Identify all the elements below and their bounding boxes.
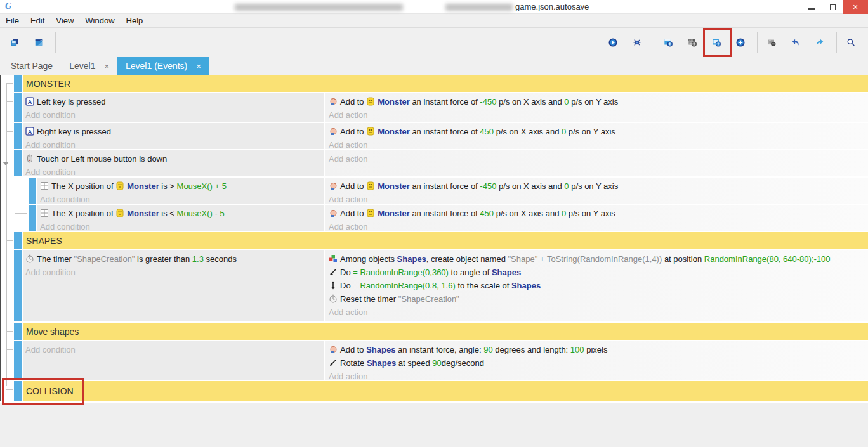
condition-line[interactable]: The X position of Monster is > MouseX() … <box>40 179 321 193</box>
group-header-shapes[interactable]: SHAPES <box>23 232 868 249</box>
tab-level1-events-[interactable]: Level1 (Events)× <box>117 57 209 75</box>
add-condition-link[interactable]: Add condition <box>40 193 321 204</box>
text-segment: Do <box>340 268 353 277</box>
text-segment: MouseX() + 5 <box>177 181 227 191</box>
close-button[interactable]: × <box>843 0 868 14</box>
conditions-column: The timer "ShapeCreation" is greater tha… <box>23 250 324 321</box>
minimize-button[interactable] <box>802 0 822 14</box>
tab-close-icon[interactable]: × <box>104 62 109 71</box>
event-gutter <box>1 205 14 231</box>
text-segment: p/s on Y axis <box>566 209 615 218</box>
action-line[interactable]: Do = RandomInRange(0,360) to angle of Sh… <box>329 266 865 279</box>
event-gutter <box>1 93 14 122</box>
event-selection-bar <box>29 205 36 231</box>
play-icon <box>608 38 617 47</box>
add-event-button[interactable] <box>706 30 730 55</box>
debug-button[interactable] <box>626 30 650 55</box>
monster-icon <box>366 209 375 217</box>
condition-line[interactable]: Touch or Left mouse button is down <box>25 152 321 165</box>
add-action-link[interactable]: Add action <box>329 220 865 231</box>
redo-icon <box>815 38 824 47</box>
action-line[interactable]: Add to Monster an instant force of 450 p… <box>329 125 865 138</box>
collapse-arrow-icon[interactable] <box>3 162 9 165</box>
add-action-link[interactable]: Add action <box>329 108 865 122</box>
menu-help[interactable]: Help <box>121 14 149 28</box>
text-segment: Touch or Left mouse button is down <box>37 154 167 164</box>
action-line[interactable]: Add to Monster an instant force of -450 … <box>329 179 865 193</box>
undo-button[interactable] <box>785 30 809 55</box>
tree-tick <box>6 83 13 84</box>
search-button[interactable] <box>840 30 864 55</box>
tab-close-icon[interactable]: × <box>196 62 201 71</box>
object-name: Shapes <box>492 268 521 277</box>
svg-text:A: A <box>28 129 32 135</box>
menu-view[interactable]: View <box>50 14 79 28</box>
add-object-button[interactable] <box>730 30 754 55</box>
condition-line[interactable]: ALeft key is pressed <box>25 95 321 108</box>
add-condition-link[interactable]: Add condition <box>25 266 321 279</box>
action-line[interactable]: Add to Monster an instant force of -450 … <box>329 95 865 108</box>
add-condition-link[interactable]: Add condition <box>25 165 321 176</box>
event-selection-bar <box>14 150 22 176</box>
project-manager-button[interactable] <box>4 30 28 55</box>
menu-file[interactable]: File <box>0 14 25 28</box>
disable-event-button[interactable] <box>761 30 785 55</box>
add-action-link[interactable]: Add action <box>329 193 865 204</box>
add-action-link[interactable]: Add action <box>329 138 865 149</box>
text-segment: p/s on X axis and <box>496 97 564 107</box>
action-line[interactable]: Reset the timer "ShapeCreation" <box>329 292 865 306</box>
group-header-monster[interactable]: MONSTER <box>23 75 868 92</box>
condition-line[interactable]: The X position of Monster is < MouseX() … <box>40 207 321 220</box>
action-line[interactable]: Rotate Shapes at speed 90deg/second <box>329 356 865 370</box>
conditions-column: Add condition <box>23 341 324 380</box>
add-condition-link[interactable]: Add condition <box>25 108 321 122</box>
tab-start-page[interactable]: Start Page <box>3 57 61 75</box>
conditions-column: The X position of Monster is < MouseX() … <box>37 205 324 231</box>
condition-line[interactable]: The timer "ShapeCreation" is greater tha… <box>25 252 321 266</box>
menu-window[interactable]: Window <box>79 14 120 28</box>
event-row: The X position of Monster is < MouseX() … <box>1 205 868 231</box>
scene-editor-button[interactable] <box>28 30 52 55</box>
action-line[interactable]: Among objects Shapes, create object name… <box>329 252 865 266</box>
actions-column: Add to Monster an instant force of 450 p… <box>325 205 868 231</box>
actions-column: Add to Shapes an instant force, angle: 9… <box>325 341 868 380</box>
group-header-collision[interactable]: COLLISION <box>23 381 868 401</box>
play-button[interactable] <box>602 30 626 55</box>
text-segment: The timer <box>37 254 74 264</box>
text-segment: "ShapeCreation" <box>74 254 135 264</box>
add-condition-link[interactable]: Add condition <box>25 138 321 149</box>
toolbar-separator <box>836 32 837 53</box>
action-line[interactable]: Do = RandomInRange(0.8, 1.6) to the scal… <box>329 279 865 292</box>
event-selection-bar <box>14 93 22 122</box>
text-segment: to the scale of <box>456 281 511 290</box>
actions-column: Among objects Shapes, create object name… <box>325 250 868 321</box>
menu-edit[interactable]: Edit <box>25 14 50 28</box>
text-segment: an instant force of <box>410 209 480 218</box>
tree-tick <box>6 259 13 259</box>
redo-button[interactable] <box>809 30 833 55</box>
event-row: ARight key is pressedAdd conditionAdd to… <box>1 123 868 149</box>
add-action-link[interactable]: Add action <box>329 370 865 380</box>
condition-line[interactable]: ARight key is pressed <box>25 125 321 138</box>
scene-editor-icon <box>34 38 43 47</box>
text-segment: degrees and length: <box>493 345 570 354</box>
add-action-link[interactable]: Add action <box>329 152 865 165</box>
maximize-button[interactable] <box>822 0 843 14</box>
add-condition-link[interactable]: Add condition <box>25 343 321 356</box>
text-segment: "Shape" + ToString(RandomInRange(1,4)) <box>508 254 662 264</box>
background-filler <box>0 403 868 447</box>
group-header-move-shapes[interactable]: Move shapes <box>23 323 868 340</box>
blurred-title-segment <box>445 4 513 11</box>
key-icon: A <box>25 97 34 106</box>
monster-icon <box>366 127 375 136</box>
add-action-link[interactable]: Add action <box>329 306 865 319</box>
add-scene-button[interactable] <box>657 30 681 55</box>
action-line[interactable]: Add to Monster an instant force of 450 p… <box>329 207 865 220</box>
add-external-events-button[interactable] <box>681 30 706 55</box>
text-segment: 100 <box>570 345 584 354</box>
tab-level1[interactable]: Level1× <box>61 57 117 75</box>
action-line[interactable]: Add to Shapes an instant force, angle: 9… <box>329 343 865 356</box>
text-segment: -450 <box>480 97 496 107</box>
blurred-title-segment <box>235 4 403 11</box>
add-condition-link[interactable]: Add condition <box>40 220 321 231</box>
